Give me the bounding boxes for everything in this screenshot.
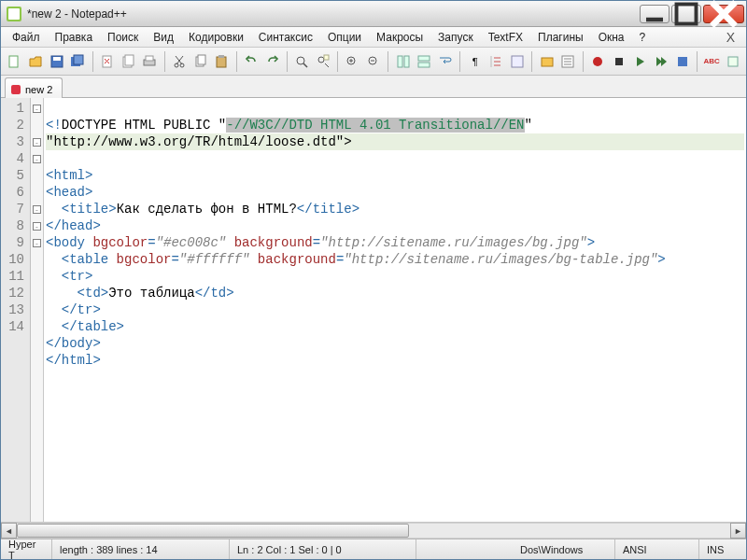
svg-rect-34 xyxy=(404,56,409,67)
menu-run[interactable]: Запуск xyxy=(430,29,481,46)
close-file-icon[interactable] xyxy=(98,51,118,72)
svg-rect-21 xyxy=(198,55,205,64)
svg-rect-49 xyxy=(678,57,687,66)
svg-rect-27 xyxy=(324,55,329,60)
window-title: *new 2 - Notepad++ xyxy=(27,7,640,21)
save-icon[interactable] xyxy=(47,51,66,72)
svg-rect-42 xyxy=(542,58,553,66)
line-number-gutter: 123 456 789 101112 1314 xyxy=(1,98,31,522)
editor-area[interactable]: 123 456 789 101112 1314 - - - - - - <!DO… xyxy=(1,98,746,522)
separator xyxy=(92,51,93,72)
play-macro-icon[interactable] xyxy=(630,51,650,72)
tab-label: new 2 xyxy=(25,84,52,95)
svg-point-24 xyxy=(297,57,304,64)
menu-options[interactable]: Опции xyxy=(320,29,369,46)
fold-gutter: - - - - - - xyxy=(31,98,44,522)
svg-rect-33 xyxy=(398,56,402,67)
save-macro-icon[interactable] xyxy=(672,51,692,72)
save-all-icon[interactable] xyxy=(68,51,88,72)
separator xyxy=(337,51,338,72)
menu-encoding[interactable]: Кодировки xyxy=(181,29,251,46)
status-length: length : 389 lines : 14 xyxy=(52,539,230,559)
wrap-icon[interactable] xyxy=(436,51,456,72)
menu-macros[interactable]: Макросы xyxy=(369,29,430,46)
status-encoding: ANSI xyxy=(615,539,699,559)
code-content[interactable]: <!DOCTYPE HTML PUBLIC "-//W3C//DTD HTML … xyxy=(44,98,746,522)
play-multi-icon[interactable] xyxy=(652,51,671,72)
new-file-icon[interactable] xyxy=(5,51,24,72)
separator xyxy=(236,51,237,72)
print-icon[interactable] xyxy=(140,51,160,72)
separator xyxy=(459,51,460,72)
copy-icon[interactable] xyxy=(190,51,210,72)
fold-toggle-icon[interactable]: - xyxy=(33,205,41,214)
spellcheck-icon[interactable]: ABC xyxy=(702,51,722,72)
maximize-button[interactable] xyxy=(671,5,701,23)
sync-h-icon[interactable] xyxy=(415,51,434,72)
folder-view-icon[interactable] xyxy=(537,51,557,72)
menu-file[interactable]: Файл xyxy=(5,29,48,46)
show-chars-icon[interactable]: ¶ xyxy=(465,51,485,72)
zoom-out-icon[interactable] xyxy=(364,51,384,72)
status-position: Ln : 2 Col : 1 Sel : 0 | 0 xyxy=(230,539,416,559)
scroll-left-arrow-icon[interactable]: ◄ xyxy=(1,523,17,539)
minimize-button[interactable] xyxy=(640,5,669,23)
scroll-right-arrow-icon[interactable]: ► xyxy=(730,523,746,539)
replace-icon[interactable] xyxy=(313,51,332,72)
separator xyxy=(583,51,584,72)
unsaved-indicator-icon xyxy=(11,85,21,94)
menu-textfx[interactable]: TextFX xyxy=(481,29,530,46)
redo-icon[interactable] xyxy=(262,51,282,72)
menu-search[interactable]: Поиск xyxy=(100,29,146,46)
undo-icon[interactable] xyxy=(242,51,261,72)
svg-rect-48 xyxy=(615,58,623,65)
function-list-icon[interactable] xyxy=(558,51,578,72)
indent-guide-icon[interactable] xyxy=(486,51,506,72)
find-icon[interactable] xyxy=(292,51,312,72)
fold-toggle-icon[interactable]: - xyxy=(33,222,41,231)
fold-toggle-icon[interactable]: - xyxy=(33,155,41,163)
sync-v-icon[interactable] xyxy=(393,51,413,72)
zoom-in-icon[interactable] xyxy=(343,51,362,72)
paste-icon[interactable] xyxy=(212,51,232,72)
menu-edit[interactable]: Правка xyxy=(48,29,101,46)
plugin-icon[interactable] xyxy=(724,51,743,72)
svg-rect-50 xyxy=(728,57,738,66)
menu-plugins[interactable]: Плагины xyxy=(530,29,591,46)
svg-rect-4 xyxy=(9,56,18,67)
menu-bar: Файл Правка Поиск Вид Кодировки Синтакси… xyxy=(1,27,746,48)
separator xyxy=(287,51,288,72)
stop-macro-icon[interactable] xyxy=(609,51,628,72)
svg-rect-15 xyxy=(146,56,153,61)
separator xyxy=(164,51,165,72)
svg-line-25 xyxy=(303,63,307,67)
lang-icon[interactable] xyxy=(508,51,528,72)
fold-toggle-icon[interactable]: - xyxy=(33,239,41,247)
scroll-thumb[interactable] xyxy=(17,524,409,538)
fold-toggle-icon[interactable]: - xyxy=(33,138,41,147)
status-eol: Dos\Windows xyxy=(513,539,615,559)
tab-active[interactable]: new 2 xyxy=(5,77,63,98)
separator xyxy=(531,51,532,72)
svg-rect-13 xyxy=(125,55,134,65)
cut-icon[interactable] xyxy=(170,51,190,72)
svg-rect-41 xyxy=(512,56,523,67)
menu-windows[interactable]: Окна xyxy=(591,29,632,46)
app-icon xyxy=(7,7,21,21)
horizontal-scrollbar[interactable]: ◄ ► xyxy=(1,522,746,539)
open-file-icon[interactable] xyxy=(26,51,46,72)
status-language: Hyper T xyxy=(1,539,52,559)
fold-toggle-icon[interactable]: - xyxy=(33,105,41,113)
close-button[interactable] xyxy=(703,5,744,23)
svg-point-47 xyxy=(593,57,602,66)
scroll-track[interactable] xyxy=(17,523,730,539)
status-bar: Hyper T length : 389 lines : 14 Ln : 2 C… xyxy=(1,539,746,559)
title-bar[interactable]: *new 2 - Notepad++ xyxy=(1,1,746,27)
menu-help[interactable]: ? xyxy=(632,29,654,46)
menu-syntax[interactable]: Синтаксис xyxy=(251,29,320,46)
menu-close-x[interactable]: X xyxy=(719,28,742,47)
close-all-icon[interactable] xyxy=(119,51,138,72)
menu-view[interactable]: Вид xyxy=(146,29,181,46)
status-insert-mode: INS xyxy=(699,539,746,559)
record-macro-icon[interactable] xyxy=(588,51,608,72)
